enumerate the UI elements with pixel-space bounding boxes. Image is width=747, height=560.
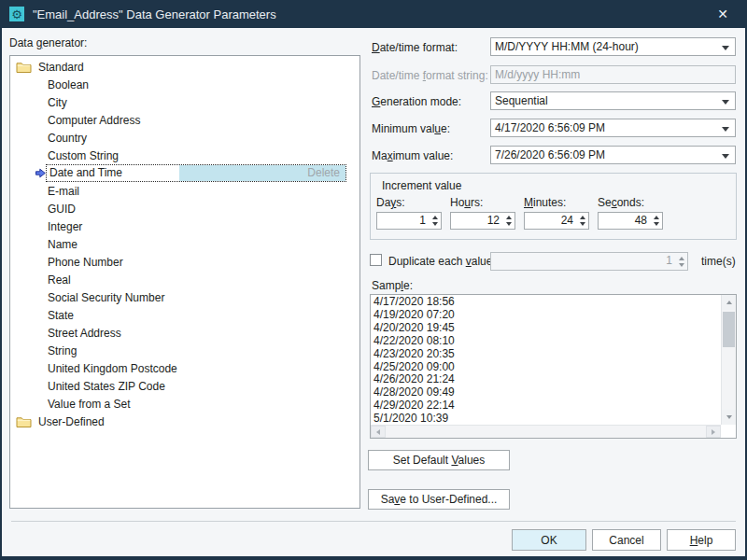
tree-item-city[interactable]: City (10, 93, 359, 111)
selected-tree-item[interactable]: Date and TimeDelete (46, 164, 346, 182)
sample-row: 4/20/2020 19:45 (374, 322, 721, 335)
datetime-format-combo[interactable]: M/D/YYYY HH:MM (24-hour) (490, 37, 736, 56)
format-string-value: M/d/yyyy HH:mm (495, 68, 580, 81)
tree-item-boolean[interactable]: Boolean (10, 76, 359, 93)
generation-mode-label: Generation mode: (372, 95, 461, 108)
format-string-label: Date/time format string: (372, 69, 488, 82)
ok-label: OK (541, 534, 557, 547)
tree-item-user-defined[interactable]: User-Defined (10, 413, 359, 430)
cancel-label: Cancel (609, 534, 643, 547)
chevron-down-icon (722, 154, 729, 159)
spinner-arrows-icon[interactable] (429, 213, 441, 229)
minimum-value-combo[interactable]: 4/17/2020 6:56:09 PM (490, 119, 736, 137)
maximum-value-combo[interactable]: 7/26/2020 6:56:09 PM (490, 146, 736, 164)
sample-label: Sample: (372, 279, 413, 292)
tree-item-date-and-time[interactable]: Date and TimeDelete (10, 164, 359, 182)
increment-value-group: Increment value Days: 1 Hours: 12 Minute… (370, 173, 737, 240)
ok-button[interactable]: OK (512, 529, 586, 551)
folder-icon (16, 61, 32, 74)
vertical-scrollbar-thumb[interactable] (723, 312, 735, 347)
sample-row: 4/22/2020 08:10 (374, 335, 721, 348)
tree-item-custom-string[interactable]: Custom String (10, 147, 359, 164)
tree-item-name[interactable]: Name (10, 235, 359, 253)
generation-mode-value: Sequential (495, 94, 548, 107)
save-to-user-defined-button[interactable]: Save to User-Defined... (368, 489, 510, 510)
seconds-label: Seconds: (598, 196, 663, 209)
tree-item-state[interactable]: State (10, 306, 359, 324)
scroll-right-icon[interactable] (706, 426, 721, 438)
selected-tree-item-label: Date and Time (47, 165, 179, 181)
minimum-value-value: 4/17/2020 6:56:09 PM (495, 121, 605, 134)
sample-row: 4/26/2020 21:24 (374, 373, 721, 386)
maximum-value-value: 7/26/2020 6:56:09 PM (495, 148, 605, 161)
help-button[interactable]: Help (667, 529, 736, 551)
sample-row: 4/29/2020 22:14 (374, 399, 721, 413)
chevron-down-icon (722, 127, 729, 132)
chevron-down-icon (722, 46, 729, 50)
tree-item-integer[interactable]: Integer (10, 217, 359, 235)
tree-item-country[interactable]: Country (10, 129, 359, 147)
duplicate-count-value: 1 (491, 253, 675, 270)
hours-stepper[interactable]: 12 (450, 212, 515, 230)
spinner-arrows-icon[interactable] (650, 213, 662, 229)
minutes-stepper[interactable]: 24 (524, 212, 589, 230)
footer-separator (11, 521, 736, 522)
set-default-values-label: Set Default Values (393, 454, 486, 467)
tree-item-standard[interactable]: Standard (10, 58, 359, 76)
close-icon[interactable]: ✕ (713, 7, 732, 21)
minutes-value: 24 (525, 213, 576, 229)
folder-icon (16, 415, 32, 428)
tree-item-value-from-a-set[interactable]: Value from a Set (10, 395, 359, 413)
tree-item-computer-address[interactable]: Computer Address (10, 111, 359, 129)
datetime-format-label: Date/time format: (372, 41, 458, 54)
data-generator-label: Data generator: (9, 36, 87, 49)
tree-item-phone-number[interactable]: Phone Number (10, 253, 359, 271)
duplicate-each-value-checkbox[interactable] (370, 254, 382, 266)
tree-item-social-security-number[interactable]: Social Security Number (10, 288, 359, 306)
delete-inline-button[interactable]: Delete (179, 165, 345, 181)
scroll-left-icon[interactable] (371, 426, 386, 438)
duplicate-each-value-label: Duplicate each value (388, 255, 492, 268)
spinner-arrows-icon[interactable] (576, 213, 588, 229)
spinner-arrows-icon[interactable] (502, 213, 514, 229)
seconds-stepper[interactable]: 48 (598, 212, 663, 230)
tree-item-united-kingdom-postcode[interactable]: United Kingdom Postcode (10, 359, 359, 377)
title-bar: ⚙ "Email_Address" Data Generator Paramet… (0, 0, 747, 28)
spinner-arrows-icon (675, 253, 687, 270)
tree-item-e-mail[interactable]: E-mail (10, 182, 359, 200)
generation-mode-combo[interactable]: Sequential (490, 91, 736, 110)
dialog-body: Data generator: StandardBooleanCityCompu… (2, 28, 745, 556)
maximum-value-label: Maximum value: (372, 149, 453, 162)
tree-item-street-address[interactable]: Street Address (10, 324, 359, 342)
sample-row: 4/17/2020 18:56 (374, 296, 721, 309)
minimum-value-label: Minimum value: (372, 122, 450, 135)
sample-list[interactable]: 4/17/2020 18:564/19/2020 07:204/20/2020 … (370, 294, 737, 439)
sample-row: 5/1/2020 10:39 (374, 413, 721, 425)
scroll-up-icon[interactable] (722, 295, 736, 310)
help-label: Help (690, 534, 713, 547)
hours-value: 12 (451, 213, 502, 229)
seconds-value: 48 (599, 213, 650, 229)
increment-value-title: Increment value (382, 179, 461, 192)
tree-item-string[interactable]: String (10, 342, 359, 359)
scroll-down-icon[interactable] (722, 410, 736, 425)
tree-item-united-states-zip-code[interactable]: United States ZIP Code (10, 377, 359, 395)
days-stepper[interactable]: 1 (376, 212, 442, 230)
sample-row: 4/23/2020 20:35 (374, 348, 721, 361)
tree-item-guid[interactable]: GUID (10, 200, 359, 217)
hours-label: Hours: (450, 196, 515, 209)
chevron-down-icon (722, 100, 729, 105)
cancel-button[interactable]: Cancel (592, 529, 661, 551)
minutes-label: Minutes: (524, 196, 589, 209)
days-label: Days: (376, 196, 442, 209)
horizontal-scrollbar[interactable] (371, 425, 721, 438)
sample-row: 4/25/2020 09:00 (374, 361, 721, 374)
tree-item-real[interactable]: Real (10, 271, 359, 288)
dialog-window: ⚙ "Email_Address" Data Generator Paramet… (0, 0, 747, 560)
set-default-values-button[interactable]: Set Default Values (368, 450, 510, 470)
days-value: 1 (377, 213, 429, 229)
vertical-scrollbar[interactable] (721, 295, 736, 425)
data-generator-tree[interactable]: StandardBooleanCityComputer AddressCount… (9, 55, 360, 509)
duplicate-count-stepper: 1 (490, 252, 688, 271)
datetime-format-value: M/D/YYYY HH:MM (24-hour) (495, 40, 639, 53)
